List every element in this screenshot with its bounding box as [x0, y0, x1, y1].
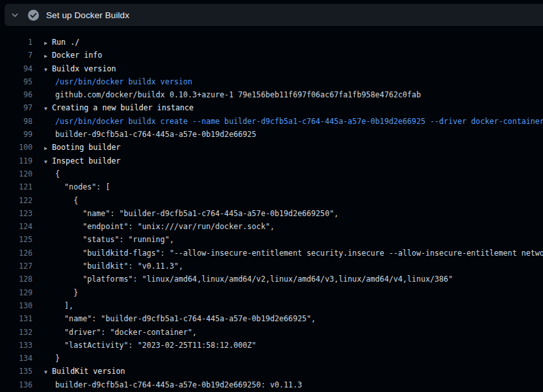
- log-line: 95/usr/bin/docker buildx version: [0, 75, 543, 88]
- log-line: 122 {: [0, 194, 543, 207]
- line-number-link[interactable]: 100: [0, 141, 32, 154]
- log-text: }: [55, 288, 78, 297]
- line-number-link[interactable]: 125: [0, 233, 32, 246]
- log-line: 125 "status": "running",: [0, 233, 543, 246]
- line-number-link[interactable]: 122: [0, 194, 32, 207]
- log-line: 134}: [0, 352, 543, 365]
- line-number-link[interactable]: 127: [0, 260, 32, 273]
- check-circle-icon: [28, 10, 39, 21]
- log-area: 1▶Run ./7▶Docker info94▼Buildx version95…: [0, 26, 543, 391]
- line-number-link[interactable]: 135: [0, 365, 32, 378]
- log-line-body: "buildkit": "v0.11.3",: [44, 260, 543, 273]
- line-number-link[interactable]: 132: [0, 326, 32, 339]
- log-line-body: ],: [44, 299, 543, 312]
- line-number-link[interactable]: 134: [0, 352, 32, 365]
- log-line-body: {: [44, 167, 543, 180]
- group-expand-icon[interactable]: ▶: [44, 50, 52, 62]
- log-text: /usr/bin/docker buildx version: [55, 77, 192, 86]
- line-number-link[interactable]: 130: [0, 299, 32, 312]
- group-collapse-icon[interactable]: ▼: [44, 64, 52, 75]
- log-text: Booting builder: [52, 143, 121, 152]
- log-text: ],: [55, 301, 73, 310]
- line-number-link[interactable]: 136: [0, 378, 32, 391]
- group-expand-icon[interactable]: ▶: [44, 37, 52, 49]
- line-number-link[interactable]: 94: [0, 62, 32, 75]
- log-text: "nodes": [: [55, 182, 110, 191]
- line-number-link[interactable]: 7: [0, 49, 32, 62]
- log-line-body: "buildkitd-flags": "--allow-insecure-ent…: [44, 247, 543, 260]
- line-number-link[interactable]: 128: [0, 273, 32, 286]
- log-line: 121 "nodes": [: [0, 180, 543, 193]
- log-line-body: ▶Run ./: [44, 36, 543, 49]
- log-line-body: }: [44, 352, 543, 365]
- log-text: {: [55, 196, 78, 205]
- log-text: "name": "builder-d9cfb5a1-c764-445a-a57e…: [55, 314, 316, 323]
- log-line: 119▼Inspect builder: [0, 154, 543, 167]
- group-expand-icon[interactable]: ▶: [44, 142, 52, 154]
- line-number-link[interactable]: 124: [0, 220, 32, 233]
- line-number-link[interactable]: 99: [0, 128, 32, 141]
- line-number-link[interactable]: 126: [0, 247, 32, 260]
- log-line-body: ▶Booting builder: [44, 141, 543, 154]
- line-number-link[interactable]: 1: [0, 36, 32, 49]
- log-text: "buildkitd-flags": "--allow-insecure-ent…: [55, 249, 543, 258]
- log-line: 132 "driver": "docker-container",: [0, 326, 543, 339]
- log-line: 94▼Buildx version: [0, 62, 543, 75]
- log-text: Buildx version: [52, 64, 116, 73]
- log-text: "status": "running",: [55, 235, 174, 244]
- log-text: builder-d9cfb5a1-c764-445a-a57e-0b19d2e6…: [55, 130, 257, 139]
- log-line: 96github.com/docker/buildx 0.10.3+azure-…: [0, 88, 543, 101]
- line-number-link[interactable]: 95: [0, 75, 32, 88]
- line-number-link[interactable]: 121: [0, 180, 32, 193]
- log-line: 97▼Creating a new builder instance: [0, 101, 543, 114]
- line-number-link[interactable]: 129: [0, 286, 32, 299]
- step-header[interactable]: Set up Docker Buildx: [5, 4, 543, 26]
- log-line-body: "driver": "docker-container",: [44, 326, 543, 339]
- group-collapse-icon[interactable]: ▼: [44, 366, 52, 378]
- log-line: 130 ],: [0, 299, 543, 312]
- log-text: "endpoint": "unix:///var/run/docker.sock…: [55, 222, 275, 231]
- log-line-body: ▼BuildKit version: [44, 365, 543, 378]
- step-title: Set up Docker Buildx: [46, 10, 129, 20]
- line-number-link[interactable]: 119: [0, 154, 32, 167]
- line-number-link[interactable]: 98: [0, 115, 32, 128]
- log-line-body: /usr/bin/docker buildx create --name bui…: [44, 115, 543, 128]
- log-line: 129 }: [0, 286, 543, 299]
- log-line: 98/usr/bin/docker buildx create --name b…: [0, 115, 543, 128]
- log-line: 127 "buildkit": "v0.11.3",: [0, 260, 543, 273]
- log-text: "platforms": "linux/amd64,linux/amd64/v2…: [55, 275, 453, 284]
- line-number-link[interactable]: 131: [0, 312, 32, 325]
- log-text: }: [55, 354, 60, 363]
- log-text: "name": "builder-d9cfb5a1-c764-445a-a57e…: [55, 209, 338, 218]
- log-line: 128 "platforms": "linux/amd64,linux/amd6…: [0, 273, 543, 286]
- log-line-body: builder-d9cfb5a1-c764-445a-a57e-0b19d2e6…: [44, 128, 543, 141]
- log-line-body: /usr/bin/docker buildx version: [44, 75, 543, 88]
- group-collapse-icon[interactable]: ▼: [44, 103, 52, 114]
- log-line-body: "nodes": [: [44, 180, 543, 193]
- line-number-link[interactable]: 133: [0, 339, 32, 352]
- log-line-body: "name": "builder-d9cfb5a1-c764-445a-a57e…: [44, 312, 543, 325]
- log-line-body: ▼Buildx version: [44, 62, 543, 75]
- line-number-link[interactable]: 97: [0, 101, 32, 114]
- line-number-link[interactable]: 120: [0, 167, 32, 180]
- log-text: Inspect builder: [52, 156, 121, 165]
- log-line: 100▶Booting builder: [0, 141, 543, 154]
- log-line: 99builder-d9cfb5a1-c764-445a-a57e-0b19d2…: [0, 128, 543, 141]
- log-line: 124 "endpoint": "unix:///var/run/docker.…: [0, 220, 543, 233]
- line-number-link[interactable]: 96: [0, 88, 32, 101]
- log-line: 135▼BuildKit version: [0, 365, 543, 378]
- log-text: "driver": "docker-container",: [55, 328, 197, 337]
- log-line-body: ▶Docker info: [44, 49, 543, 62]
- log-text: {: [55, 169, 60, 178]
- group-collapse-icon[interactable]: ▼: [44, 156, 52, 167]
- log-line: 7▶Docker info: [0, 49, 543, 62]
- actions-log-viewer: Set up Docker Buildx 1▶Run ./7▶Docker in…: [0, 0, 543, 392]
- log-line-body: {: [44, 194, 543, 207]
- line-number-link[interactable]: 123: [0, 207, 32, 220]
- log-text: Run ./: [52, 38, 79, 47]
- chevron-down-icon[interactable]: [10, 10, 19, 19]
- log-text: Creating a new builder instance: [52, 103, 194, 112]
- log-text: github.com/docker/buildx 0.10.3+azure-1 …: [55, 90, 421, 99]
- log-line: 131 "name": "builder-d9cfb5a1-c764-445a-…: [0, 312, 543, 325]
- log-line-body: "platforms": "linux/amd64,linux/amd64/v2…: [44, 273, 543, 286]
